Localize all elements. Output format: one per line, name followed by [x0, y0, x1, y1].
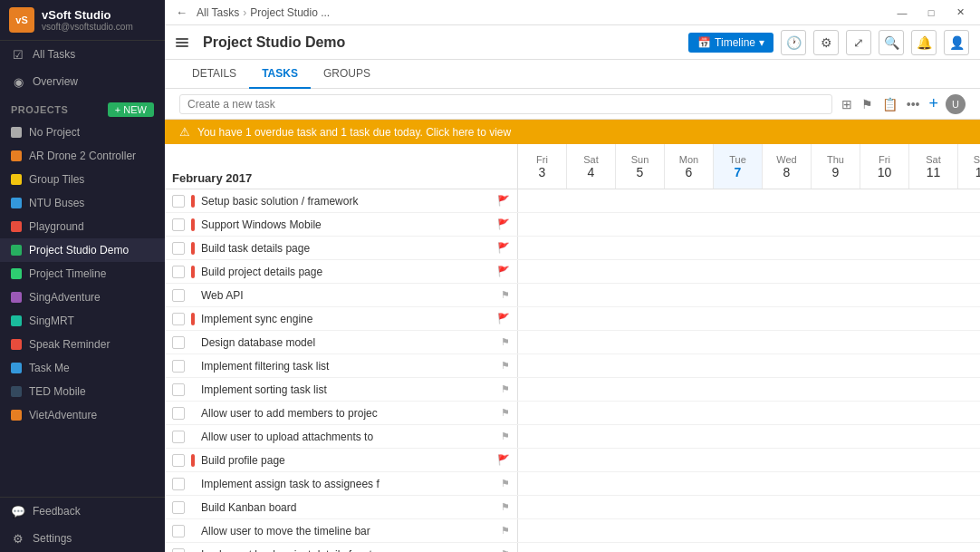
- task-name: Implement filtering task list: [201, 360, 495, 373]
- project-item-group-tiles[interactable]: Group Tiles: [0, 168, 165, 191]
- task-row[interactable]: Web API⚑: [165, 284, 980, 307]
- task-row[interactable]: Implement filtering task list⚑: [165, 354, 980, 378]
- settings-icon-button[interactable]: ⚙: [813, 30, 839, 55]
- sidebar-footer: 💬 Feedback ⚙ Settings: [0, 497, 165, 552]
- tab-details[interactable]: DETAILS: [179, 60, 249, 89]
- task-row[interactable]: Support Windows Mobile🚩Support Windows M…: [165, 213, 980, 237]
- task-row[interactable]: Build profile page🚩: [165, 449, 980, 472]
- task-info-cell: Allow user to add members to projec⚑: [165, 402, 518, 424]
- task-priority-indicator: [191, 501, 195, 514]
- clock-icon-button[interactable]: 🕐: [781, 30, 806, 55]
- project-dot: [11, 268, 22, 279]
- task-checkbox[interactable]: [172, 313, 185, 325]
- task-row[interactable]: Build Kanban board⚑: [165, 496, 980, 519]
- new-project-button[interactable]: + NEW: [108, 102, 154, 117]
- task-checkbox[interactable]: [172, 454, 185, 467]
- project-item-singmrt[interactable]: SingMRT: [0, 309, 165, 333]
- task-info-cell: Design database model⚑: [165, 331, 518, 353]
- task-checkbox[interactable]: [172, 218, 185, 231]
- task-name: Allow user to add members to projec: [201, 407, 495, 420]
- sidebar-item-settings[interactable]: ⚙ Settings: [0, 525, 165, 552]
- task-row[interactable]: Design database model⚑: [165, 331, 980, 354]
- task-row[interactable]: Implement sync engine🚩: [165, 307, 980, 331]
- cal-day-header-8: Wed8: [763, 144, 812, 189]
- task-priority-indicator: [191, 383, 195, 396]
- alert-bar[interactable]: ⚠ You have 1 overdue task and 1 task due…: [165, 120, 980, 144]
- task-checkbox[interactable]: [172, 360, 185, 373]
- user-avatar-icon[interactable]: U: [946, 94, 966, 114]
- project-item-ar-drone[interactable]: AR Drone 2 Controller: [0, 144, 165, 168]
- task-row[interactable]: Setup basic solution / framework🚩Setup b…: [165, 189, 980, 213]
- expand-icon-button[interactable]: ⤢: [846, 30, 871, 55]
- project-item-project-timeline[interactable]: Project Timeline: [0, 262, 165, 286]
- project-item-playground[interactable]: Playground: [0, 215, 165, 238]
- task-row[interactable]: Build project details page🚩Build project…: [165, 260, 980, 284]
- new-task-input[interactable]: [179, 94, 832, 114]
- add-task-icon[interactable]: +: [927, 92, 940, 115]
- close-button[interactable]: ✕: [947, 4, 973, 22]
- task-checkbox[interactable]: [172, 289, 185, 302]
- cal-day-header-4: Sat4: [567, 144, 616, 189]
- task-row[interactable]: Implement load project details funct⚑: [165, 543, 980, 552]
- sidebar-item-feedback[interactable]: 💬 Feedback: [0, 498, 165, 525]
- task-row[interactable]: Allow user to upload attachments to⚑: [165, 425, 980, 449]
- maximize-button[interactable]: □: [918, 4, 944, 22]
- minimize-button[interactable]: —: [889, 4, 915, 22]
- task-row[interactable]: Implement sorting task list⚑: [165, 378, 980, 402]
- task-checkbox[interactable]: [172, 266, 185, 278]
- toolbar: ⊞ ⚑ 📋 ••• + U: [165, 89, 980, 120]
- timeline-label: Timeline: [715, 36, 755, 49]
- project-item-viet-adventure[interactable]: VietAdventure: [0, 403, 165, 427]
- project-label: SingAdventure: [29, 291, 101, 304]
- sidebar-logo: vS: [9, 7, 34, 33]
- project-item-no-project[interactable]: No Project: [0, 121, 165, 144]
- task-checkbox[interactable]: [172, 478, 185, 490]
- sidebar-item-overview[interactable]: ◉ Overview: [0, 68, 165, 95]
- project-item-ntu-buses[interactable]: NTU Buses: [0, 191, 165, 215]
- task-flag-icon: ⚑: [501, 501, 510, 513]
- task-checkbox[interactable]: [172, 525, 185, 537]
- breadcrumb-all-tasks[interactable]: All Tasks: [197, 6, 239, 19]
- hamburger-icon[interactable]: [176, 38, 188, 47]
- task-info-cell: Implement assign task to assignees f⚑: [165, 472, 518, 495]
- project-item-singadventure[interactable]: SingAdventure: [0, 286, 165, 309]
- task-name: Build task details page: [201, 242, 492, 255]
- warning-icon: ⚠: [179, 125, 190, 139]
- back-button[interactable]: ←: [172, 4, 191, 21]
- tasks-scroll[interactable]: Setup basic solution / framework🚩Setup b…: [165, 189, 980, 552]
- task-checkbox[interactable]: [172, 501, 185, 514]
- task-row[interactable]: Implement assign task to assignees f⚑: [165, 472, 980, 496]
- tab-groups[interactable]: GROUPS: [311, 60, 383, 89]
- task-checkbox[interactable]: [172, 548, 185, 553]
- header-actions: 📅 Timeline ▾ 🕐 ⚙ ⤢ 🔍 🔔 👤: [688, 30, 969, 55]
- task-checkbox[interactable]: [172, 195, 185, 208]
- project-item-ted-mobile[interactable]: TED Mobile: [0, 380, 165, 403]
- notification-icon-button[interactable]: 🔔: [911, 30, 937, 55]
- task-priority-indicator: [191, 360, 195, 373]
- more-options-icon[interactable]: •••: [905, 95, 922, 113]
- task-checkbox[interactable]: [172, 336, 185, 349]
- user-icon-button[interactable]: 👤: [944, 30, 969, 55]
- app-header: Project Studio Demo 📅 Timeline ▾ 🕐 ⚙ ⤢ 🔍…: [165, 25, 980, 60]
- tab-tasks[interactable]: TASKS: [249, 60, 311, 89]
- export-icon[interactable]: 📋: [880, 95, 899, 113]
- timeline-button[interactable]: 📅 Timeline ▾: [688, 33, 773, 53]
- task-row[interactable]: Allow user to move the timeline bar⚑: [165, 519, 980, 543]
- task-checkbox[interactable]: [172, 431, 185, 443]
- task-checkbox[interactable]: [172, 242, 185, 255]
- task-info-cell: Implement filtering task list⚑: [165, 354, 518, 377]
- task-row[interactable]: Allow user to add members to projec⚑: [165, 402, 980, 425]
- task-priority-indicator: [191, 478, 195, 490]
- task-info-cell: Implement sorting task list⚑: [165, 378, 518, 401]
- project-item-speak-reminder[interactable]: Speak Reminder: [0, 333, 165, 356]
- task-checkbox[interactable]: [172, 383, 185, 396]
- search-icon-button[interactable]: 🔍: [879, 30, 904, 55]
- flag-filter-icon[interactable]: ⚑: [860, 95, 875, 113]
- project-item-studio-demo[interactable]: Project Studio Demo: [0, 238, 165, 262]
- cal-day-header-9: Thu9: [812, 144, 860, 189]
- grid-view-icon[interactable]: ⊞: [840, 95, 854, 113]
- project-item-task-me[interactable]: Task Me: [0, 356, 165, 380]
- sidebar-item-all-tasks[interactable]: ☑ All Tasks: [0, 41, 165, 68]
- task-checkbox[interactable]: [172, 407, 185, 420]
- task-row[interactable]: Build task details page🚩Build task detai…: [165, 237, 980, 260]
